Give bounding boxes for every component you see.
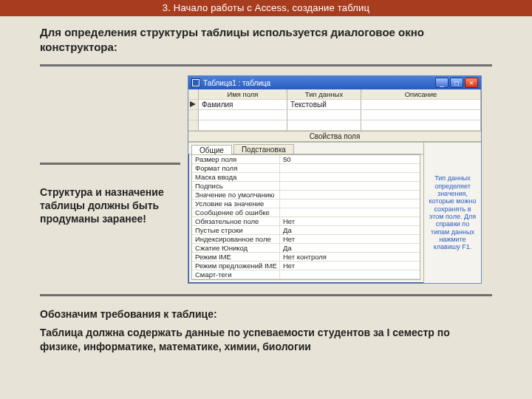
property-value[interactable]: 50 — [279, 155, 420, 164]
property-value[interactable] — [279, 164, 420, 173]
property-name: Размер поля — [192, 155, 279, 164]
properties-pane: Общие Подстановка Размер поля50Формат по… — [188, 143, 423, 283]
property-name: Значение по умолчанию — [192, 191, 279, 200]
property-name: Маска ввода — [192, 173, 279, 182]
divider-bottom — [40, 294, 492, 296]
row-selector[interactable] — [188, 100, 199, 110]
field-type-cell[interactable] — [287, 120, 361, 131]
property-name: Подпись — [192, 182, 279, 191]
property-name: Режим предложений IME — [192, 262, 279, 270]
property-grid: Размер поля50Формат поляМаска вводаПодпи… — [191, 154, 420, 280]
property-value[interactable] — [279, 200, 420, 208]
row-selector[interactable] — [188, 120, 199, 131]
field-type-cell[interactable] — [287, 110, 361, 120]
field-type-cell[interactable]: Текстовый — [287, 100, 361, 110]
requirements-block: Обозначим требования к таблице: Таблица … — [40, 308, 492, 354]
property-name: Сообщение об ошибке — [192, 208, 279, 217]
window-title: Таблица1 : таблица — [203, 79, 434, 87]
middle-row: Структура и назначение таблицы должны бы… — [40, 75, 492, 284]
divider-top — [40, 64, 492, 66]
field-desc-cell[interactable] — [361, 100, 481, 110]
row-selector-header — [188, 89, 199, 100]
property-name: Смарт-теги — [192, 270, 279, 279]
property-name: Индексированное поле — [192, 235, 279, 244]
properties-area: Общие Подстановка Размер поля50Формат по… — [188, 143, 481, 283]
field-definition-grid: Имя поля Тип данных Описание Фамилия Тек… — [188, 89, 481, 143]
property-value[interactable]: Да — [279, 244, 420, 253]
property-value[interactable] — [279, 191, 420, 200]
property-name: Пустые строки — [192, 226, 279, 235]
field-name-cell[interactable] — [199, 120, 287, 131]
window-titlebar: Таблица1 : таблица _ □ × — [188, 76, 481, 89]
row-selector[interactable] — [188, 110, 199, 120]
access-designer-window: Таблица1 : таблица _ □ × Имя поля Тип да… — [188, 75, 482, 284]
col-header-type: Тип данных — [287, 89, 361, 100]
property-value[interactable] — [279, 270, 420, 279]
property-value[interactable]: Нет — [279, 235, 420, 244]
field-name-cell[interactable] — [199, 110, 287, 120]
app-icon — [191, 78, 200, 87]
col-header-desc: Описание — [361, 89, 481, 100]
field-name-cell[interactable]: Фамилия — [199, 100, 287, 110]
left-column: Структура и назначение таблицы должны бы… — [40, 75, 180, 226]
slide-content: Для определения структуры таблицы исполь… — [0, 16, 532, 354]
property-value[interactable]: Нет — [279, 217, 420, 226]
property-name: Формат поля — [192, 164, 279, 173]
property-tabs: Общие Подстановка — [188, 143, 423, 154]
caption-text: Структура и назначение таблицы должны бы… — [40, 185, 180, 226]
intro-text: Для определения структуры таблицы исполь… — [40, 25, 492, 54]
minimize-button[interactable]: _ — [435, 78, 449, 88]
slide-header: 3. Начало работы с Access, создание табл… — [0, 0, 532, 16]
property-value[interactable] — [279, 173, 420, 182]
field-desc-cell[interactable] — [361, 120, 481, 131]
col-header-name: Имя поля — [199, 89, 287, 100]
properties-section-header: Свойства поля — [188, 131, 481, 142]
tab-general[interactable]: Общие — [191, 145, 232, 154]
requirements-title: Обозначим требования к таблице: — [40, 308, 492, 320]
property-value[interactable] — [279, 208, 420, 217]
property-name: Обязательное поле — [192, 217, 279, 226]
field-desc-cell[interactable] — [361, 110, 481, 120]
property-name: Сжатие Юникод — [192, 244, 279, 253]
property-value[interactable] — [279, 182, 420, 191]
tab-lookup[interactable]: Подстановка — [233, 144, 294, 154]
maximize-button[interactable]: □ — [450, 78, 463, 88]
close-button[interactable]: × — [465, 78, 478, 88]
requirements-body: Таблица должна содержать данные по успев… — [40, 326, 492, 354]
property-name: Условие на значение — [192, 200, 279, 208]
property-value[interactable]: Да — [279, 226, 420, 235]
property-name: Режим IME — [192, 253, 279, 262]
help-pane: Тип данных определяет значения, которые … — [423, 143, 481, 283]
property-value[interactable]: Нет — [279, 262, 420, 270]
property-value[interactable]: Нет контроля — [279, 253, 420, 262]
divider-middle — [40, 163, 180, 165]
